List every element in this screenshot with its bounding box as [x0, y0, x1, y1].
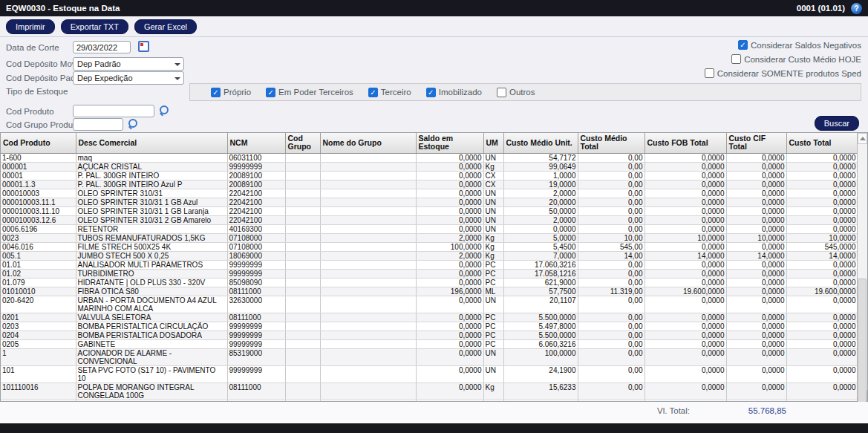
table-cell: 0,00	[578, 400, 645, 401]
gerar-excel-button[interactable]: Gerar Excel	[134, 19, 197, 34]
table-cell: 99999999	[227, 339, 285, 348]
table-row[interactable]: 005.1JUMBO STECH 500 X 0,25180690002,000…	[1, 251, 857, 260]
checkbox-checked-icon[interactable]: ✓	[368, 88, 378, 97]
table-row[interactable]: 01010010FIBRA OTICA S8008111000196,0000M…	[1, 287, 857, 296]
checkbox-unchecked-icon[interactable]	[731, 54, 741, 64]
table-cell: 08111000	[227, 382, 285, 400]
table-cell: 01.02	[1, 269, 76, 278]
checkbox-unchecked-icon[interactable]	[705, 68, 714, 78]
table-cell: URBAN - PORTA DOCUMENTO A4 AZUL MARINHO …	[76, 296, 227, 313]
table-row[interactable]: 1ACIONADOR DE ALARME - CONVENCIONAL85319…	[1, 348, 857, 365]
checkbox-checked-icon[interactable]: ✓	[211, 88, 221, 97]
table-row[interactable]: 000001AÇUCAR CRISTAL999999990,0000Kg99,0…	[1, 162, 857, 171]
table-cell: 0,00	[578, 224, 645, 233]
table-cell: OLEO SPRINTER 310/31 2 GB Amarelo	[76, 215, 227, 224]
table-cell: 0,0000	[645, 171, 726, 180]
table-cell: 0201	[1, 313, 76, 322]
table-cell: POLPA DE MANGA INTEGRAL CONGELADA 100G	[76, 400, 227, 401]
consider-option-2[interactable]: Considerar SOMENTE produtos Sped	[705, 68, 861, 78]
total-bar: Vl. Total: 55.768,85	[0, 402, 868, 423]
table-row[interactable]: 101110046POLPA DE MANGA INTEGRAL CONGELA…	[1, 400, 857, 401]
table-row[interactable]: 101SETA PVC FOTO (S17 10) - PAVIMENTO 10…	[1, 365, 857, 382]
scroll-up-button[interactable]	[858, 133, 867, 144]
table-row[interactable]: 01.079HIDRATANTE | OLD PLUS 330 - 320V85…	[1, 278, 857, 287]
column-header[interactable]: Cod Produto	[1, 133, 76, 153]
help-icon[interactable]: ?	[851, 3, 862, 14]
tipo-estoque-option-2[interactable]: ✓Terceiro	[368, 88, 411, 97]
table-row[interactable]: 01.01ANALISADOR MULTI PARAMETROS99999999…	[1, 260, 857, 269]
column-header[interactable]: NCM	[227, 133, 285, 153]
checkbox-unchecked-icon[interactable]	[497, 88, 506, 97]
table-cell: 57,7500	[503, 287, 578, 296]
table-cell: 0,00	[578, 339, 645, 348]
table-row[interactable]: 000010003.12.6OLEO SPRINTER 310/31 2 GB …	[1, 215, 857, 224]
table-cell: 545,0000	[786, 242, 857, 251]
checkbox-checked-icon[interactable]: ✓	[738, 40, 748, 50]
table-row[interactable]: 0046.016FILME STRECH 500X25 4K0710800010…	[1, 242, 857, 251]
table-row[interactable]: 1-600maq060311000,0000UN54,71720,000,000…	[1, 154, 857, 163]
column-header[interactable]: Desc Comercial	[76, 133, 227, 153]
tipo-estoque-option-4[interactable]: Outros	[497, 88, 535, 97]
tipo-estoque-option-3[interactable]: ✓Imobilizado	[426, 88, 482, 97]
table-row[interactable]: 0204BOMBA PERISTALTICA DOSADORA999999990…	[1, 331, 857, 339]
column-header[interactable]: Custo Total	[786, 133, 857, 153]
table-cell: 0,00	[578, 206, 645, 215]
consider-option-1[interactable]: Considerar Custo Médio HOJE	[731, 54, 861, 64]
tipo-estoque-option-1[interactable]: ✓Em Poder Terceiros	[266, 88, 353, 97]
buscar-button[interactable]: Buscar	[815, 116, 859, 131]
column-header[interactable]: Nome do Grupo	[320, 133, 416, 153]
checkbox-checked-icon[interactable]: ✓	[426, 88, 436, 97]
cod-produto-input[interactable]	[73, 105, 154, 117]
table-cell: 14,0000	[645, 251, 726, 260]
table-row[interactable]: 000010003.11.1OLEO SPRINTER 310/31 1 GB …	[1, 198, 857, 206]
search-icon[interactable]	[128, 119, 137, 128]
data-de-corte-input[interactable]	[73, 41, 131, 53]
column-header[interactable]: Custo FOB Total	[645, 133, 726, 153]
table-cell: 0,0000	[416, 189, 483, 198]
table-cell: 22042100	[227, 215, 285, 224]
table-cell: 10,4158	[503, 400, 578, 401]
table-row[interactable]: 00001P. PAL. 300GR INTEIRO200891000,0000…	[1, 171, 857, 180]
column-header[interactable]: Cod Grupo	[285, 133, 320, 153]
column-header[interactable]: Custo CIF Total	[726, 133, 786, 153]
table-row[interactable]: 0201VALVULA SELETORA081110000,0000PC5.50…	[1, 313, 857, 322]
table-cell: 0,0000	[786, 154, 857, 163]
table-cell: 32630000	[227, 296, 285, 313]
cod-deposito-movto-select[interactable]: Dep Padrão	[73, 57, 184, 71]
calendar-icon[interactable]	[138, 41, 149, 52]
table-cell: 0,0000	[786, 189, 857, 198]
table-cell: RETENTOR	[76, 224, 227, 233]
search-icon[interactable]	[159, 105, 169, 115]
table-cell: 08111000	[227, 287, 285, 296]
column-header[interactable]: Custo Médio Total	[578, 133, 645, 153]
column-header[interactable]: Saldo em Estoque	[416, 133, 483, 153]
table-cell: 0,00	[578, 215, 645, 224]
imprimir-button[interactable]: Imprimir	[6, 19, 55, 34]
table-row[interactable]: 0023TUBOS REMANUFATURADOS 1,5KG071080002…	[1, 233, 857, 242]
table-cell: 0,0000	[786, 348, 857, 365]
table-cell: 000001	[1, 162, 76, 171]
table-cell: Kg	[483, 233, 503, 242]
cod-deposito-padrao-select[interactable]: Dep Expedição	[73, 71, 184, 85]
table-cell: 99999999	[227, 162, 285, 171]
table-row[interactable]: 101110016POLPA DE MORANGO INTEGRAL CONGE…	[1, 382, 857, 400]
consider-option-0[interactable]: ✓Considerar Saldos Negativos	[738, 40, 861, 50]
table-row[interactable]: 000010003OLEO SPRINTER 310/31220421000,0…	[1, 189, 857, 198]
table-cell: 0205	[1, 339, 76, 348]
table-cell: 0,0000	[645, 313, 726, 322]
checkbox-checked-icon[interactable]: ✓	[266, 88, 275, 97]
table-row[interactable]: 0205GABINETE999999990,0000PC6.060,32160,…	[1, 339, 857, 348]
table-row[interactable]: 0203BOMBA PERISTALTICA CIRCULAÇÃO9999999…	[1, 322, 857, 331]
table-row[interactable]: 0006.6196RETENTOR401693000,0000UN0,00000…	[1, 224, 857, 233]
exportar-txt-button[interactable]: Exportar TXT	[61, 19, 128, 34]
table-cell	[285, 287, 320, 296]
table-row[interactable]: 000010003.11.10OLEO SPRINTER 310/31 1 GB…	[1, 206, 857, 215]
table-row[interactable]: 01.02TURBIDIMETRO999999990,0000PC17.058,…	[1, 269, 857, 278]
table-cell: 0,0000	[726, 189, 786, 198]
column-header[interactable]: UM	[483, 133, 503, 153]
column-header[interactable]: Custo Médio Unit.	[503, 133, 578, 153]
table-row[interactable]: 020-6420URBAN - PORTA DOCUMENTO A4 AZUL …	[1, 296, 857, 313]
tipo-estoque-option-0[interactable]: ✓Próprio	[211, 88, 251, 97]
cod-grupo-produto-input[interactable]	[73, 118, 123, 131]
table-row[interactable]: 00001.1.3P. PAL. 300GR INTEIRO Azul P200…	[1, 180, 857, 189]
